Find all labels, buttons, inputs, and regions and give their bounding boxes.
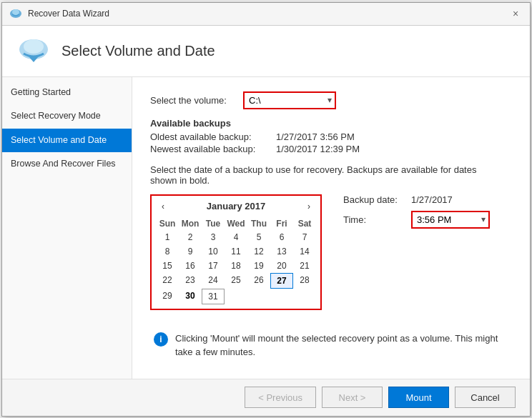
cal-day-26[interactable]: 26 (247, 273, 270, 289)
time-label: Time: (343, 214, 404, 225)
calendar-description: Select the date of a backup to use for r… (150, 164, 493, 186)
cal-day-23[interactable]: 23 (179, 273, 202, 289)
volume-label: Select the volume: (150, 95, 243, 106)
sidebar-item-select-volume-date[interactable]: Select Volume and Date (2, 129, 132, 153)
calendar: ‹ January 2017 › Sun Mon Tue Wed Thu Fri… (150, 194, 322, 310)
svg-point-3 (24, 39, 44, 54)
day-header-sun: Sun (156, 217, 179, 230)
title-bar: Recover Data Wizard × (2, 3, 530, 26)
backups-title: Available backups (150, 118, 512, 129)
day-header-mon: Mon (179, 217, 202, 230)
cal-day-4[interactable]: 4 (225, 230, 247, 244)
cal-day-1[interactable]: 1 (156, 230, 179, 244)
backup-date-row: Backup date: 1/27/2017 (343, 194, 490, 205)
title-bar-left: Recover Data Wizard (9, 7, 109, 20)
cal-day-27[interactable]: 27 (270, 273, 293, 289)
sidebar: Getting Started Select Recovery Mode Sel… (2, 77, 132, 379)
info-text: Clicking 'Mount' will mount the selected… (175, 332, 508, 359)
cal-day-29[interactable]: 29 (156, 289, 179, 304)
main-content-panel: Select the volume: C:\ D:\ E:\ Available… (132, 77, 530, 379)
cal-day-17[interactable]: 17 (202, 259, 225, 273)
previous-button[interactable]: < Previous (245, 387, 316, 408)
cal-day-20[interactable]: 20 (270, 259, 293, 273)
cal-day-31[interactable]: 31 (202, 289, 225, 304)
sidebar-item-getting-started[interactable]: Getting Started (2, 81, 132, 105)
day-header-fri: Fri (270, 217, 293, 230)
header-icon (16, 34, 51, 68)
cal-day-18[interactable]: 18 (225, 259, 247, 273)
cal-day-9[interactable]: 9 (179, 244, 202, 259)
sidebar-item-select-recovery-mode[interactable]: Select Recovery Mode (2, 104, 132, 129)
volume-row: Select the volume: C:\ D:\ E:\ (150, 91, 512, 109)
cal-day-8[interactable]: 8 (156, 244, 179, 259)
newest-value: 1/30/2017 12:39 PM (276, 144, 360, 154)
time-select-wrapper: 3:56 PM 12:39 PM (411, 211, 490, 229)
mount-button[interactable]: Mount (388, 387, 449, 408)
calendar-next-nav[interactable]: › (305, 200, 313, 213)
window-title: Recover Data Wizard (28, 9, 109, 19)
oldest-label: Oldest available backup: (150, 131, 272, 142)
backup-date-value: 1/27/2017 (411, 194, 453, 205)
main-window: Recover Data Wizard × Select Volume and … (1, 2, 531, 417)
cal-day-22[interactable]: 22 (156, 273, 179, 289)
footer: < Previous Next > Mount Cancel (2, 379, 530, 416)
cal-day-5[interactable]: 5 (247, 230, 270, 244)
cal-day-7[interactable]: 7 (293, 230, 316, 244)
cancel-button[interactable]: Cancel (455, 387, 516, 408)
day-header-thu: Thu (247, 217, 270, 230)
calendar-prev-nav[interactable]: ‹ (159, 200, 167, 213)
day-header-wed: Wed (225, 217, 247, 230)
calendar-grid: Sun Mon Tue Wed Thu Fri Sat 1 2 3 4 5 6 (156, 217, 316, 304)
cal-day-25[interactable]: 25 (225, 273, 247, 289)
cal-day-13[interactable]: 13 (270, 244, 293, 259)
cal-day-10[interactable]: 10 (202, 244, 225, 259)
backup-info: Available backups Oldest available backu… (150, 118, 512, 154)
page-title: Select Volume and Date (61, 43, 215, 59)
cal-day-2[interactable]: 2 (179, 230, 202, 244)
close-button[interactable]: × (508, 6, 523, 21)
sidebar-item-browse-recover[interactable]: Browse And Recover Files (2, 152, 132, 176)
cal-day-21[interactable]: 21 (293, 259, 316, 273)
newest-backup-row: Newest available backup: 1/30/2017 12:39… (150, 144, 512, 154)
content-area: Getting Started Select Recovery Mode Sel… (2, 77, 530, 379)
calendar-month-year: January 2017 (207, 201, 265, 212)
volume-select[interactable]: C:\ D:\ E:\ (243, 91, 336, 109)
oldest-backup-row: Oldest available backup: 1/27/2017 3:56 … (150, 131, 512, 142)
calendar-section: ‹ January 2017 › Sun Mon Tue Wed Thu Fri… (150, 194, 512, 310)
info-box: i Clicking 'Mount' will mount the select… (150, 332, 512, 359)
svg-point-1 (12, 9, 19, 15)
next-button[interactable]: Next > (322, 387, 383, 408)
day-header-sat: Sat (293, 217, 316, 230)
cal-day-6[interactable]: 6 (270, 230, 293, 244)
cal-day-11[interactable]: 11 (225, 244, 247, 259)
cal-day-14[interactable]: 14 (293, 244, 316, 259)
cal-day-15[interactable]: 15 (156, 259, 179, 273)
calendar-header: ‹ January 2017 › (156, 200, 316, 213)
cal-day-16[interactable]: 16 (179, 259, 202, 273)
cal-day-3[interactable]: 3 (202, 230, 225, 244)
header-area: Select Volume and Date (2, 26, 530, 77)
day-header-tue: Tue (202, 217, 225, 230)
volume-select-wrapper: C:\ D:\ E:\ (243, 91, 336, 109)
time-select[interactable]: 3:56 PM 12:39 PM (411, 211, 490, 229)
newest-label: Newest available backup: (150, 144, 272, 154)
date-time-panel: Backup date: 1/27/2017 Time: 3:56 PM 12:… (343, 194, 490, 229)
backup-date-label: Backup date: (343, 194, 404, 205)
info-icon: i (154, 332, 168, 347)
app-icon (9, 7, 22, 20)
oldest-value: 1/27/2017 3:56 PM (276, 131, 355, 142)
cal-day-28[interactable]: 28 (293, 273, 316, 289)
cal-day-12[interactable]: 12 (247, 244, 270, 259)
cal-day-19[interactable]: 19 (247, 259, 270, 273)
cal-day-24[interactable]: 24 (202, 273, 225, 289)
time-row: Time: 3:56 PM 12:39 PM (343, 211, 490, 229)
cal-day-30[interactable]: 30 (179, 289, 202, 304)
